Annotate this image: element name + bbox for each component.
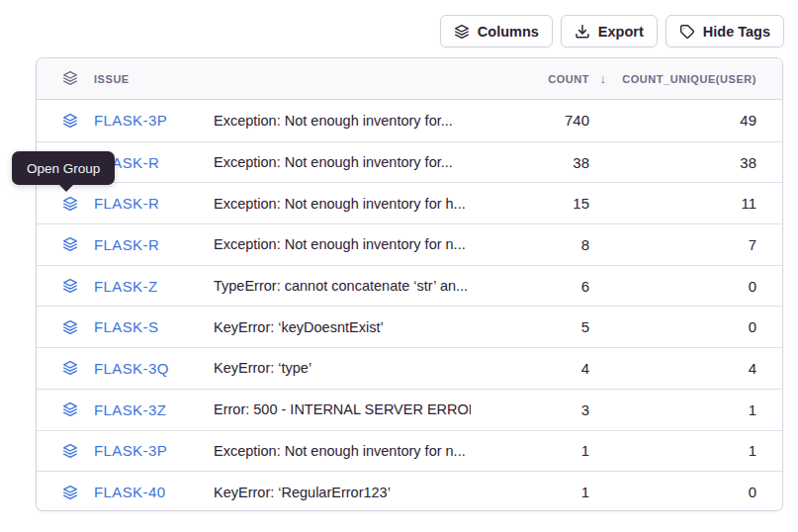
table-row: FLASK-3P Exception: Not enough inventory… [37, 100, 782, 141]
issue-title: Exception: Not enough inventory for... [214, 154, 471, 170]
count-value: 8 [471, 236, 589, 253]
issue-cell: FLASK-R [62, 195, 214, 212]
count-value: 4 [471, 360, 589, 377]
table-row: FLASK-3P Exception: Not enough inventory… [37, 430, 782, 472]
count-value: 3 [471, 401, 589, 418]
count-value: 1 [471, 484, 589, 500]
open-group-icon[interactable] [62, 319, 78, 335]
table-row: FLASK-3Z Error: 500 - INTERNAL SERVER ER… [37, 389, 782, 430]
issue-title: Exception: Not enough inventory for n... [214, 443, 471, 459]
issue-link[interactable]: FLASK-Z [94, 278, 157, 295]
issue-title: Exception: Not enough inventory for h... [214, 196, 471, 212]
table-row: FLASK-R Exception: Not enough inventory … [37, 141, 782, 183]
issue-title: KeyError: ‘type’ [214, 360, 471, 376]
issue-cell: FLASK-3Z [62, 401, 214, 418]
column-header-issue-label: ISSUE [94, 73, 130, 85]
issue-cell: FLASK-Z [62, 278, 214, 295]
issue-title: KeyError: ‘RegularError123’ [214, 485, 471, 500]
layers-icon [62, 70, 78, 88]
issue-link[interactable]: FLASK-R [94, 236, 159, 253]
issue-cell: FLASK-3P [62, 112, 214, 129]
export-button[interactable]: Export [561, 15, 658, 47]
column-header-count-unique-label: COUNT_UNIQUE(USER) [622, 73, 756, 85]
columns-button[interactable]: Columns [440, 15, 553, 47]
open-group-icon[interactable] [62, 360, 78, 376]
hide-tags-button[interactable]: Hide Tags [665, 15, 784, 47]
open-group-icon[interactable] [62, 236, 78, 252]
count-value: 1 [471, 442, 589, 459]
table-row: FLASK-R Exception: Not enough inventory … [37, 223, 782, 265]
open-group-icon[interactable] [62, 443, 78, 459]
open-group-tooltip-label: Open Group [27, 161, 100, 176]
download-icon [575, 24, 590, 40]
count-unique-value: 0 [589, 278, 756, 295]
open-group-icon[interactable] [62, 278, 78, 294]
count-unique-value: 49 [589, 112, 756, 129]
issue-title: Exception: Not enough inventory for n... [214, 236, 471, 252]
column-header-count[interactable]: COUNT ↓ [471, 73, 589, 85]
issues-table: ISSUE COUNT ↓ COUNT_UNIQUE(USER) FLASK-3… [36, 57, 783, 511]
issue-link[interactable]: FLASK-R [94, 195, 159, 212]
open-group-icon[interactable] [62, 401, 78, 417]
layers-icon [454, 24, 470, 40]
issue-title: TypeError: cannot concatenate ‘str’ an..… [214, 278, 471, 294]
tag-icon [679, 24, 695, 40]
columns-button-label: Columns [478, 24, 539, 40]
count-value: 5 [471, 318, 589, 335]
issue-cell: FLASK-R [62, 236, 214, 253]
table-header-row: ISSUE COUNT ↓ COUNT_UNIQUE(USER) [37, 58, 782, 100]
column-header-issue[interactable]: ISSUE [62, 70, 214, 88]
export-button-label: Export [598, 24, 644, 40]
table-row: FLASK-S KeyError: ‘keyDoesntExist’ 5 0 [37, 306, 782, 347]
count-unique-value: 0 [589, 318, 756, 335]
issue-cell: FLASK-S [62, 318, 214, 335]
table-body: FLASK-3P Exception: Not enough inventory… [37, 100, 782, 511]
issue-link[interactable]: FLASK-S [94, 318, 158, 335]
count-unique-value: 1 [589, 442, 756, 459]
count-unique-value: 38 [589, 154, 756, 171]
issue-link[interactable]: FLASK-3Q [94, 360, 169, 377]
column-header-count-unique[interactable]: COUNT_UNIQUE(USER) [589, 73, 756, 85]
issue-title: KeyError: ‘keyDoesntExist’ [214, 319, 471, 335]
table-row: FLASK-Z TypeError: cannot concatenate ‘s… [37, 265, 782, 307]
open-group-icon[interactable] [62, 485, 78, 500]
tooltip-arrow [58, 184, 74, 192]
open-group-tooltip: Open Group [12, 151, 115, 185]
issue-cell: FLASK-3P [62, 442, 214, 459]
table-row: FLASK-R Exception: Not enough inventory … [37, 182, 782, 223]
count-unique-value: 0 [589, 484, 756, 500]
count-unique-value: 7 [589, 236, 756, 253]
issue-link[interactable]: FLASK-3Z [94, 401, 166, 418]
column-header-count-label: COUNT [548, 73, 589, 85]
issue-link[interactable]: FLASK-3P [94, 442, 167, 459]
issue-title: Exception: Not enough inventory for... [214, 113, 471, 129]
count-value: 6 [471, 278, 589, 295]
open-group-icon[interactable] [62, 196, 78, 212]
issue-link[interactable]: FLASK-3P [94, 112, 167, 129]
issue-link[interactable]: FLASK-40 [94, 484, 165, 500]
count-value: 15 [471, 195, 589, 212]
issue-title: Error: 500 - INTERNAL SERVER ERROR [214, 401, 471, 417]
count-unique-value: 1 [589, 401, 756, 418]
issue-cell: FLASK-40 [62, 484, 214, 500]
count-unique-value: 4 [589, 360, 756, 377]
count-value: 740 [471, 112, 589, 129]
table-row: FLASK-40 KeyError: ‘RegularError123’ 1 0 [37, 471, 782, 511]
count-value: 38 [471, 154, 589, 171]
hide-tags-button-label: Hide Tags [703, 24, 770, 40]
count-unique-value: 11 [589, 195, 756, 212]
open-group-icon[interactable] [62, 113, 78, 129]
table-actions-toolbar: Columns Export Hide Tags [440, 15, 784, 47]
issue-cell: FLASK-3Q [62, 360, 214, 377]
table-row: FLASK-3Q KeyError: ‘type’ 4 4 [37, 347, 782, 389]
